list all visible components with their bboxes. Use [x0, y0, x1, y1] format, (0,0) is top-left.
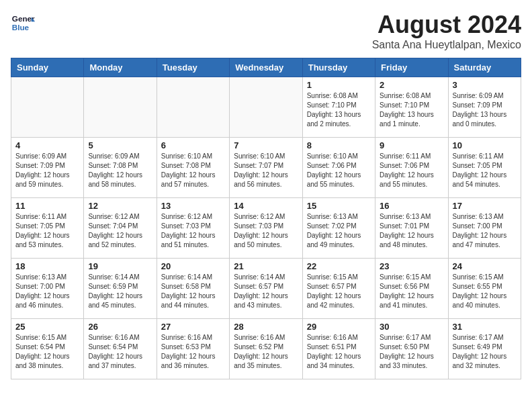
day-info: Sunrise: 6:09 AMSunset: 7:09 PMDaylight:…: [15, 152, 79, 189]
day-info: Sunrise: 6:15 AMSunset: 6:56 PMDaylight:…: [380, 273, 443, 310]
calendar-cell: 30Sunrise: 6:17 AMSunset: 6:50 PMDayligh…: [375, 319, 448, 379]
weekday-header-saturday: Saturday: [448, 58, 521, 77]
calendar-cell: 22Sunrise: 6:15 AMSunset: 6:57 PMDayligh…: [302, 259, 375, 319]
day-info: Sunrise: 6:13 AMSunset: 7:02 PMDaylight:…: [307, 212, 371, 250]
day-number: 11: [15, 201, 79, 211]
day-number: 3: [453, 80, 517, 90]
calendar-cell: 29Sunrise: 6:16 AMSunset: 6:51 PMDayligh…: [302, 319, 375, 379]
weekday-header-tuesday: Tuesday: [157, 58, 229, 77]
day-number: 9: [380, 140, 443, 150]
day-number: 15: [307, 201, 371, 211]
calendar-cell: 27Sunrise: 6:16 AMSunset: 6:53 PMDayligh…: [157, 319, 229, 379]
day-number: 20: [161, 261, 225, 271]
calendar-cell: 10Sunrise: 6:11 AMSunset: 7:05 PMDayligh…: [448, 138, 521, 198]
weekday-header-row: SundayMondayTuesdayWednesdayThursdayFrid…: [11, 58, 521, 77]
day-info: Sunrise: 6:15 AMSunset: 6:55 PMDaylight:…: [453, 273, 517, 310]
day-number: 25: [15, 322, 79, 332]
calendar-cell: 14Sunrise: 6:12 AMSunset: 7:03 PMDayligh…: [230, 198, 302, 259]
day-info: Sunrise: 6:12 AMSunset: 7:03 PMDaylight:…: [161, 212, 225, 250]
svg-text:Blue: Blue: [12, 23, 30, 32]
calendar-cell: 13Sunrise: 6:12 AMSunset: 7:03 PMDayligh…: [157, 198, 229, 259]
day-number: 23: [380, 261, 443, 271]
day-info: Sunrise: 6:11 AMSunset: 7:06 PMDaylight:…: [380, 152, 443, 189]
calendar-cell: [11, 77, 84, 138]
calendar-cell: [230, 77, 302, 138]
calendar-cell: 17Sunrise: 6:13 AMSunset: 7:00 PMDayligh…: [448, 198, 521, 259]
calendar-cell: 31Sunrise: 6:17 AMSunset: 6:49 PMDayligh…: [448, 319, 521, 379]
calendar-table: SundayMondayTuesdayWednesdayThursdayFrid…: [11, 58, 521, 379]
calendar-cell: 19Sunrise: 6:14 AMSunset: 6:59 PMDayligh…: [84, 259, 157, 319]
day-info: Sunrise: 6:10 AMSunset: 7:08 PMDaylight:…: [161, 152, 225, 189]
day-number: 31: [453, 322, 517, 332]
day-info: Sunrise: 6:08 AMSunset: 7:10 PMDaylight:…: [380, 91, 443, 129]
logo: General Blue: [11, 11, 35, 35]
day-number: 14: [234, 201, 298, 211]
day-number: 22: [307, 261, 371, 271]
title-area: August 2024 Santa Ana Hueytlalpan, Mexic…: [372, 11, 521, 51]
day-info: Sunrise: 6:09 AMSunset: 7:09 PMDaylight:…: [453, 91, 517, 129]
calendar-cell: 2Sunrise: 6:08 AMSunset: 7:10 PMDaylight…: [375, 77, 448, 138]
calendar-cell: 8Sunrise: 6:10 AMSunset: 7:06 PMDaylight…: [302, 138, 375, 198]
day-number: 2: [380, 80, 443, 90]
day-info: Sunrise: 6:10 AMSunset: 7:07 PMDaylight:…: [234, 152, 298, 189]
week-row-2: 4Sunrise: 6:09 AMSunset: 7:09 PMDaylight…: [11, 138, 521, 198]
day-info: Sunrise: 6:11 AMSunset: 7:05 PMDaylight:…: [15, 212, 79, 250]
week-row-3: 11Sunrise: 6:11 AMSunset: 7:05 PMDayligh…: [11, 198, 521, 259]
day-number: 12: [88, 201, 152, 211]
weekday-header-wednesday: Wednesday: [230, 58, 302, 77]
page-title: August 2024: [372, 11, 521, 39]
day-number: 5: [88, 140, 152, 150]
calendar-cell: 15Sunrise: 6:13 AMSunset: 7:02 PMDayligh…: [302, 198, 375, 259]
day-info: Sunrise: 6:16 AMSunset: 6:52 PMDaylight:…: [234, 333, 298, 371]
day-info: Sunrise: 6:16 AMSunset: 6:51 PMDaylight:…: [307, 333, 371, 371]
day-number: 16: [380, 201, 443, 211]
calendar-cell: [84, 77, 157, 138]
logo-icon: General Blue: [11, 11, 35, 35]
calendar-cell: 1Sunrise: 6:08 AMSunset: 7:10 PMDaylight…: [302, 77, 375, 138]
weekday-header-sunday: Sunday: [11, 58, 84, 77]
day-number: 6: [161, 140, 225, 150]
day-number: 19: [88, 261, 152, 271]
calendar-cell: 9Sunrise: 6:11 AMSunset: 7:06 PMDaylight…: [375, 138, 448, 198]
day-info: Sunrise: 6:14 AMSunset: 6:58 PMDaylight:…: [161, 273, 225, 310]
day-number: 21: [234, 261, 298, 271]
calendar-cell: 5Sunrise: 6:09 AMSunset: 7:08 PMDaylight…: [84, 138, 157, 198]
calendar-cell: 12Sunrise: 6:12 AMSunset: 7:04 PMDayligh…: [84, 198, 157, 259]
calendar-cell: 3Sunrise: 6:09 AMSunset: 7:09 PMDaylight…: [448, 77, 521, 138]
day-info: Sunrise: 6:09 AMSunset: 7:08 PMDaylight:…: [88, 152, 152, 189]
day-info: Sunrise: 6:14 AMSunset: 6:57 PMDaylight:…: [234, 273, 298, 310]
day-number: 26: [88, 322, 152, 332]
day-number: 27: [161, 322, 225, 332]
day-info: Sunrise: 6:12 AMSunset: 7:04 PMDaylight:…: [88, 212, 152, 250]
day-number: 1: [307, 80, 371, 90]
day-info: Sunrise: 6:14 AMSunset: 6:59 PMDaylight:…: [88, 273, 152, 310]
calendar-cell: 16Sunrise: 6:13 AMSunset: 7:01 PMDayligh…: [375, 198, 448, 259]
day-number: 29: [307, 322, 371, 332]
day-number: 24: [453, 261, 517, 271]
day-info: Sunrise: 6:13 AMSunset: 7:00 PMDaylight:…: [15, 273, 79, 310]
calendar-cell: 26Sunrise: 6:16 AMSunset: 6:54 PMDayligh…: [84, 319, 157, 379]
day-info: Sunrise: 6:16 AMSunset: 6:53 PMDaylight:…: [161, 333, 225, 371]
day-number: 28: [234, 322, 298, 332]
calendar-cell: 6Sunrise: 6:10 AMSunset: 7:08 PMDaylight…: [157, 138, 229, 198]
day-info: Sunrise: 6:17 AMSunset: 6:49 PMDaylight:…: [453, 333, 517, 371]
day-info: Sunrise: 6:11 AMSunset: 7:05 PMDaylight:…: [453, 152, 517, 189]
day-info: Sunrise: 6:15 AMSunset: 6:57 PMDaylight:…: [307, 273, 371, 310]
week-row-4: 18Sunrise: 6:13 AMSunset: 7:00 PMDayligh…: [11, 259, 521, 319]
day-number: 8: [307, 140, 371, 150]
day-info: Sunrise: 6:15 AMSunset: 6:54 PMDaylight:…: [15, 333, 79, 371]
calendar-cell: 24Sunrise: 6:15 AMSunset: 6:55 PMDayligh…: [448, 259, 521, 319]
calendar-cell: 28Sunrise: 6:16 AMSunset: 6:52 PMDayligh…: [230, 319, 302, 379]
header-area: General Blue August 2024 Santa Ana Hueyt…: [11, 11, 521, 51]
calendar-cell: 4Sunrise: 6:09 AMSunset: 7:09 PMDaylight…: [11, 138, 84, 198]
day-info: Sunrise: 6:16 AMSunset: 6:54 PMDaylight:…: [88, 333, 152, 371]
day-number: 18: [15, 261, 79, 271]
day-number: 13: [161, 201, 225, 211]
page-subtitle: Santa Ana Hueytlalpan, Mexico: [372, 39, 521, 51]
day-number: 10: [453, 140, 517, 150]
calendar-cell: 18Sunrise: 6:13 AMSunset: 7:00 PMDayligh…: [11, 259, 84, 319]
day-info: Sunrise: 6:13 AMSunset: 7:01 PMDaylight:…: [380, 212, 443, 250]
calendar-cell: 20Sunrise: 6:14 AMSunset: 6:58 PMDayligh…: [157, 259, 229, 319]
calendar-cell: [157, 77, 229, 138]
weekday-header-friday: Friday: [375, 58, 448, 77]
